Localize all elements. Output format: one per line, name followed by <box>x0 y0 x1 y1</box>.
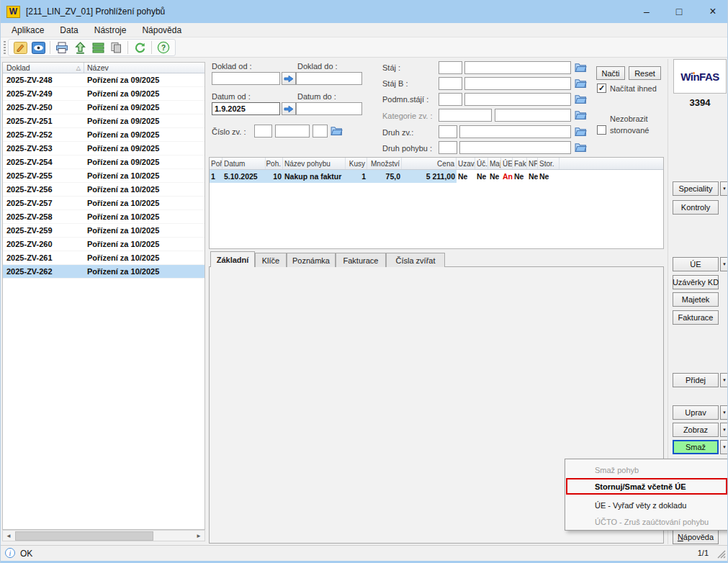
close-button[interactable]: × <box>702 0 724 23</box>
movement-row[interactable]: 1 5.10.2025 10 Nakup na faktur 1 75,0 5 … <box>210 170 663 183</box>
list-row[interactable]: 2025-ZV-258Pořízení za 10/2025 <box>3 210 205 224</box>
col-ue[interactable]: ÚE <box>501 158 513 169</box>
folder-icon[interactable] <box>331 125 343 136</box>
resize-grip-icon[interactable] <box>717 550 726 559</box>
list-row[interactable]: 2025-ZV-253Pořízení za 09/2025 <box>3 142 205 156</box>
folder-icon[interactable] <box>575 62 587 73</box>
druh-pohybu-name-input[interactable] <box>459 141 571 154</box>
list-row[interactable]: 2025-ZV-259Pořízení za 10/2025 <box>3 224 205 238</box>
datum-do-input[interactable] <box>296 102 362 115</box>
kategorie-code-input[interactable] <box>439 109 492 122</box>
uprav-button[interactable]: Uprav <box>673 405 719 420</box>
menu-data[interactable]: Data <box>52 23 86 37</box>
col-por[interactable]: Poř. <box>210 158 223 169</box>
edit-icon[interactable] <box>12 40 28 55</box>
scroll-right-icon[interactable]: ► <box>193 531 205 541</box>
export-icon[interactable] <box>72 40 88 55</box>
col-datum[interactable]: Datum <box>223 158 266 169</box>
list-row[interactable]: 2025-ZV-261Pořízení za 10/2025 <box>3 251 205 265</box>
staj-code-input[interactable] <box>439 61 462 74</box>
list-row[interactable]: 2025-ZV-257Pořízení za 10/2025 <box>3 197 205 210</box>
datum-od-input[interactable]: 1.9.2025 <box>212 102 280 115</box>
speciality-dropdown-icon[interactable]: ▼ <box>720 181 728 196</box>
view-icon[interactable] <box>30 40 46 55</box>
column-header-nazev[interactable]: Název <box>84 63 205 73</box>
kategorie-name-input[interactable] <box>495 109 571 122</box>
cislo-zv-input-2[interactable] <box>275 125 310 138</box>
refresh-icon[interactable] <box>132 40 148 55</box>
list-row[interactable]: 2025-ZV-255Pořízení za 10/2025 <box>3 169 205 183</box>
kontroly-button[interactable]: Kontroly <box>673 200 719 215</box>
col-fakt[interactable]: Fakt <box>513 158 527 169</box>
menu-item-ucto-zrus-zauctovani[interactable]: ÚČTO - Zruš zaúčtování pohybu <box>566 513 727 530</box>
col-cena[interactable]: Cena <box>402 158 457 169</box>
list-row[interactable]: 2025-ZV-248Pořízení za 09/2025 <box>3 73 205 87</box>
list-row[interactable]: 2025-ZV-256Pořízení za 10/2025 <box>3 183 205 197</box>
cislo-zv-input-3[interactable] <box>313 125 328 138</box>
menu-nastroje[interactable]: Nástroje <box>86 23 135 37</box>
list-icon[interactable] <box>90 40 106 55</box>
list-row[interactable]: 2025-ZV-249Pořízení za 09/2025 <box>3 87 205 101</box>
folder-icon[interactable] <box>575 126 587 137</box>
folder-icon[interactable] <box>575 78 587 89</box>
tab-klice[interactable]: Klíče <box>255 253 287 267</box>
folder-icon[interactable] <box>575 142 587 153</box>
col-poh[interactable]: Poh. <box>266 158 283 169</box>
zobraz-button[interactable]: Zobraz <box>673 423 719 437</box>
list-row[interactable]: 2025-ZV-251Pořízení za 09/2025 <box>3 114 205 128</box>
column-header-doklad[interactable]: Doklad△ <box>3 63 84 73</box>
list-row[interactable]: 2025-ZV-254Pořízení za 09/2025 <box>3 156 205 169</box>
cislo-zv-input-1[interactable] <box>254 125 272 138</box>
col-mnozstvi[interactable]: Množství <box>367 158 402 169</box>
minimize-button[interactable]: – <box>636 0 657 23</box>
tab-fakturace[interactable]: Fakturace <box>336 253 386 267</box>
ue-dropdown-icon[interactable]: ▼ <box>720 257 728 271</box>
nacitat-ihned-checkbox[interactable]: ✓ <box>597 84 606 93</box>
tab-cisla-zvirat[interactable]: Čísla zvířat <box>386 253 445 267</box>
tab-poznamka[interactable]: Poznámka <box>287 253 336 267</box>
menu-item-stornuj-smaz-vcetne-ue[interactable]: Stornuj/Smaž včetně ÚE <box>566 478 727 495</box>
help-icon[interactable]: ? <box>156 40 171 55</box>
druh-pohybu-code-input[interactable] <box>439 141 457 154</box>
napoveda-button[interactable]: Nápověda <box>673 530 719 544</box>
uzaverky-kd-button[interactable]: Uzávěrky KD <box>673 275 719 289</box>
scrollbar-thumb[interactable] <box>15 531 153 541</box>
smaz-button[interactable]: Smaž <box>673 440 719 454</box>
copy-icon[interactable] <box>108 40 124 55</box>
speciality-button[interactable]: Speciality <box>673 181 719 196</box>
staj-name-input[interactable] <box>464 61 571 74</box>
list-row[interactable]: 2025-ZV-252Pořízení za 09/2025 <box>3 128 205 142</box>
col-np[interactable]: NP <box>527 158 538 169</box>
nezobrazit-stornovane-checkbox[interactable] <box>597 125 606 135</box>
staj-b-code-input[interactable] <box>439 77 462 90</box>
smaz-dropdown-icon[interactable]: ▼ <box>720 440 728 454</box>
col-nazev-pohybu[interactable]: Název pohybu <box>283 158 346 169</box>
uprav-dropdown-icon[interactable]: ▼ <box>720 405 728 420</box>
col-uc[interactable]: Úč. <box>475 158 488 169</box>
col-stor[interactable]: Stor. <box>538 158 560 169</box>
menu-napoveda[interactable]: Nápověda <box>134 23 189 37</box>
druh-zv-code-input[interactable] <box>439 125 457 138</box>
list-row[interactable]: 2025-ZV-260Pořízení za 10/2025 <box>3 238 205 251</box>
doklad-do-input[interactable] <box>296 72 362 85</box>
majetek-button[interactable]: Majetek <box>673 292 719 307</box>
doklad-od-input[interactable] <box>212 72 280 85</box>
fakturace-button[interactable]: Fakturace <box>673 310 719 325</box>
menu-item-ue-vyrad-vety[interactable]: ÚE - Vyřaď věty z dokladu <box>566 497 727 513</box>
pridej-dropdown-icon[interactable]: ▼ <box>720 373 728 387</box>
folder-icon[interactable] <box>575 109 587 120</box>
staj-b-name-input[interactable] <box>464 77 571 90</box>
podmn-code-input[interactable] <box>439 93 462 106</box>
col-kusy[interactable]: Kusy <box>346 158 367 169</box>
ue-button[interactable]: ÚE <box>673 257 719 271</box>
col-maj[interactable]: Maj. <box>488 158 501 169</box>
pridej-button[interactable]: Přidej <box>673 373 719 387</box>
scroll-left-icon[interactable]: ◄ <box>3 531 14 541</box>
folder-icon[interactable] <box>575 94 587 104</box>
horizontal-scrollbar[interactable]: ◄ ► <box>2 530 205 541</box>
menu-item-smaz-pohyb[interactable]: Smaž pohyb <box>566 461 727 478</box>
podmn-name-input[interactable] <box>464 93 571 106</box>
toolbar-grip-handle[interactable] <box>4 41 6 54</box>
druh-zv-name-input[interactable] <box>459 125 571 138</box>
maximize-button[interactable]: □ <box>668 0 690 23</box>
